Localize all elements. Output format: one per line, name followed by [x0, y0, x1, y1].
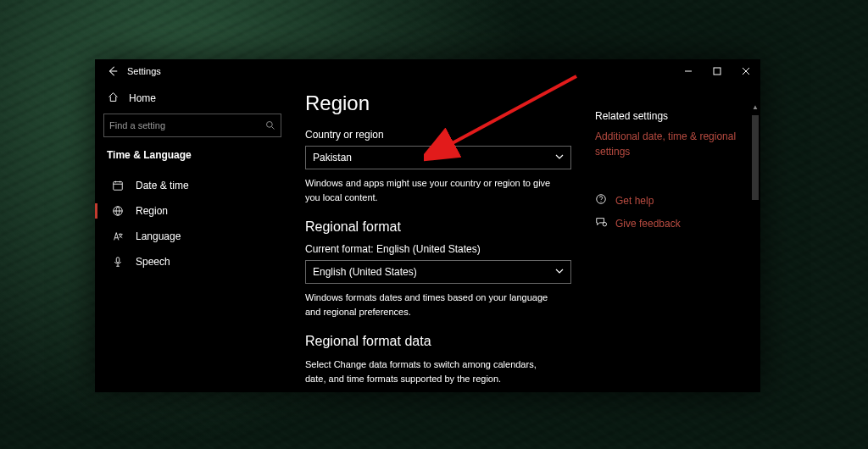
country-label: Country or region [305, 129, 576, 141]
content-pane: Region Country or region Pakistan Window… [290, 83, 760, 392]
sidebar: Home Find a setting Time & Language Date… [95, 83, 290, 392]
home-label: Home [129, 92, 156, 104]
vertical-scrollbar[interactable]: ▲ [750, 102, 760, 392]
sidebar-item-language[interactable]: Language [103, 224, 281, 249]
feedback-icon [595, 216, 607, 230]
search-input[interactable]: Find a setting [103, 114, 281, 137]
close-button[interactable] [732, 59, 760, 83]
country-dropdown[interactable]: Pakistan [305, 146, 571, 169]
microphone-icon [112, 256, 124, 268]
format-helper: Windows formats dates and times based on… [305, 291, 559, 319]
scroll-thumb[interactable] [752, 115, 759, 200]
sidebar-item-region[interactable]: Region [103, 198, 281, 224]
related-settings-title: Related settings [595, 110, 739, 122]
maximize-button[interactable] [703, 59, 732, 83]
language-icon [112, 230, 124, 242]
svg-point-6 [603, 222, 606, 225]
regional-format-heading: Regional format [305, 219, 576, 235]
sidebar-category: Time & Language [103, 149, 281, 173]
page-heading: Region [305, 91, 576, 115]
format-data-heading: Regional format data [305, 334, 576, 349]
close-icon [742, 67, 750, 75]
sidebar-item-label: Region [136, 205, 168, 217]
settings-window: Settings Home [95, 59, 760, 392]
give-feedback-link[interactable]: Give feedback [615, 218, 681, 230]
home-nav[interactable]: Home [103, 88, 281, 114]
sidebar-item-label: Speech [136, 256, 170, 268]
format-data-helper: Select Change data formats to switch amo… [305, 358, 559, 385]
svg-rect-0 [714, 68, 721, 75]
back-button[interactable] [103, 59, 122, 83]
desktop-wallpaper: Settings Home [0, 0, 868, 449]
globe-icon [112, 205, 124, 217]
clock-icon [112, 180, 124, 191]
window-title: Settings [127, 66, 161, 76]
sidebar-item-date-time[interactable]: Date & time [103, 173, 281, 198]
scroll-up-arrow[interactable]: ▲ [750, 102, 760, 112]
home-icon [107, 91, 119, 105]
current-format-label: Current format: English (United States) [305, 243, 576, 255]
help-icon [595, 193, 607, 208]
related-settings: Related settings Additional date, time &… [595, 110, 739, 230]
give-feedback-row[interactable]: Give feedback [595, 216, 739, 230]
svg-rect-4 [116, 258, 120, 263]
sidebar-item-speech[interactable]: Speech [103, 249, 281, 274]
svg-point-1 [267, 122, 273, 128]
search-icon [265, 120, 275, 130]
format-dropdown[interactable]: English (United States) [305, 260, 571, 284]
titlebar: Settings [95, 59, 760, 83]
search-placeholder: Find a setting [109, 120, 265, 130]
svg-rect-2 [114, 182, 123, 191]
format-value: English (United States) [313, 266, 417, 278]
maximize-icon [713, 67, 721, 75]
sidebar-item-label: Language [136, 230, 181, 242]
svg-point-5 [597, 195, 606, 204]
additional-settings-link[interactable]: Additional date, time & regional setting… [595, 129, 739, 159]
chevron-down-icon [555, 152, 564, 164]
minimize-icon [684, 67, 693, 75]
get-help-row[interactable]: Get help [595, 193, 739, 208]
get-help-link[interactable]: Get help [615, 195, 654, 207]
minimize-button[interactable] [674, 59, 703, 83]
sidebar-item-label: Date & time [136, 180, 189, 191]
chevron-down-icon [555, 266, 564, 278]
arrow-left-icon [107, 65, 119, 77]
country-value: Pakistan [313, 152, 352, 164]
country-helper: Windows and apps might use your country … [305, 176, 559, 204]
